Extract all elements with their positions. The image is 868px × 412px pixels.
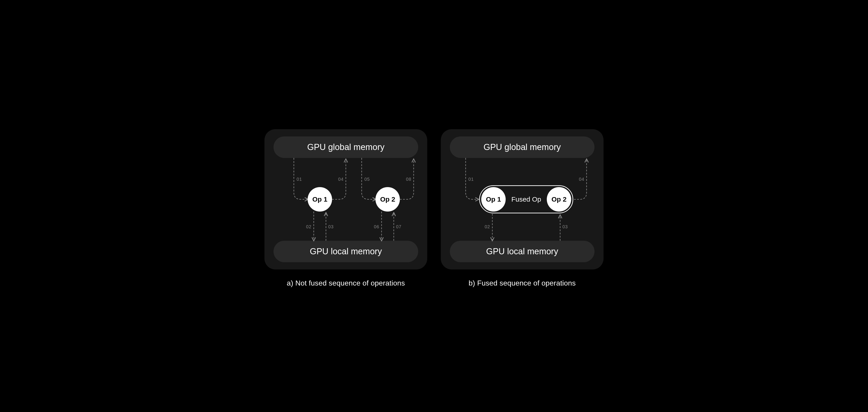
global-memory-bar: GPU global memory — [274, 137, 418, 158]
step-label: 03 — [562, 224, 568, 229]
step-label: 08 — [406, 177, 411, 182]
diagram-container: GPU global memory GPU local memory — [255, 116, 613, 296]
right-caption: b) Fused sequence of operations — [469, 279, 576, 287]
step-label: 05 — [364, 177, 370, 182]
global-memory-bar: GPU global memory — [450, 137, 594, 158]
step-label: 06 — [374, 224, 379, 229]
op2-node: Op 2 — [375, 187, 400, 211]
step-label: 03 — [328, 224, 334, 229]
step-label: 02 — [485, 224, 490, 229]
fused-op-label: Fused Op — [506, 196, 546, 203]
step-label: 04 — [579, 177, 584, 182]
right-panel: GPU global memory GPU local memory Op 1 — [441, 129, 603, 269]
local-memory-bar: GPU local memory — [274, 241, 418, 262]
left-column: GPU global memory GPU local memory — [265, 129, 427, 287]
step-label: 04 — [338, 177, 344, 182]
right-column: GPU global memory GPU local memory Op 1 — [441, 129, 603, 287]
step-label: 01 — [468, 177, 474, 182]
left-panel: GPU global memory GPU local memory — [265, 129, 427, 269]
fused-op-pill: Op 1 Fused Op Op 2 — [479, 185, 573, 213]
op1-node: Op 1 — [308, 187, 332, 211]
step-label: 01 — [297, 177, 302, 182]
left-caption: a) Not fused sequence of operations — [287, 279, 405, 287]
local-memory-bar: GPU local memory — [450, 241, 594, 262]
step-label: 07 — [396, 224, 401, 229]
op2-node: Op 2 — [547, 187, 571, 211]
step-label: 02 — [306, 224, 311, 229]
op1-node: Op 1 — [481, 187, 506, 211]
